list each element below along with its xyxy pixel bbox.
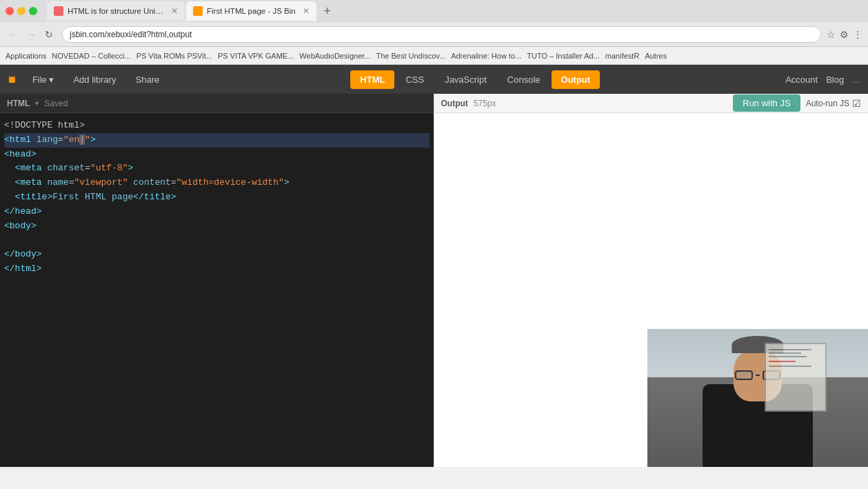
browser-tab-2[interactable]: First HTML page - JS Bin ✕ [186,1,316,21]
code-panel-dropdown-icon[interactable]: ▾ [35,99,39,107]
auto-run-label: Auto-run JS [806,99,849,108]
tab-label-1: HTML is for structure Unit | Ja... [68,7,164,15]
url-text: jsbin.com/xebuxi/edit?html,output [70,30,192,39]
code-panel-header: HTML ▾ Saved [0,94,434,113]
tab-html-label: HTML [360,74,385,85]
auto-run-toggle[interactable]: Auto-run JS ☑ [806,98,861,109]
browser-actions: ☆ ⚙ ⋮ [827,29,862,40]
tab-console-label: Console [507,74,541,85]
file-dropdown-icon: ▾ [49,74,54,85]
tab-output[interactable]: Output [552,70,600,89]
nav-buttons: ← → ↻ [6,27,57,42]
code-line-11: </html> [4,262,430,277]
bookmark-applications[interactable]: Applications [6,52,46,60]
output-panel-header: Output 575px Run with JS Auto-run JS ☑ [434,94,869,113]
run-with-js-button[interactable]: Run with JS [733,94,800,112]
output-panel-title: Output [441,99,468,108]
code-line-4: <meta charset="utf-8"> [4,161,430,176]
back-button[interactable]: ← [6,27,21,42]
code-panel-title: HTML [7,99,30,108]
bookmark-tuto[interactable]: TUTO – Installer Ad... [527,52,600,60]
output-content [434,113,869,467]
browser-tabs: HTML is for structure Unit | Ja... ✕ Fir… [41,1,862,21]
bookmark-webaudio[interactable]: WebAudioDesigner... [299,52,370,60]
file-label: File [32,74,47,85]
bookmark-psvita-vpk[interactable]: PS VITA VPK GAME... [218,52,294,60]
file-menu-button[interactable]: File ▾ [27,72,60,88]
tab-javascript[interactable]: JavaScript [435,70,496,89]
bookmark-best-undiscov[interactable]: The Best Undiscov... [376,52,445,60]
bookmark-icon[interactable]: ☆ [827,29,836,40]
code-editor[interactable]: <!DOCTYPE html> <html lang="en|"> <head>… [0,113,434,467]
extensions-icon[interactable]: ⚙ [840,29,849,40]
share-button[interactable]: Share [130,72,165,88]
bookmark-manifestr[interactable]: manifestR [605,52,640,60]
tab-css[interactable]: CSS [396,70,434,89]
maximize-window-button[interactable] [29,7,37,15]
tab-html[interactable]: HTML [350,70,394,89]
tab-output-label: Output [561,74,591,85]
tab-console[interactable]: Console [498,70,550,89]
saved-badge: Saved [44,99,68,108]
tab-close-1[interactable]: ✕ [171,6,178,16]
code-line-10: </body> [4,248,430,262]
code-line-3: <head> [4,148,430,162]
webcam-video [647,329,868,467]
jsbin-toolbar: ■ File ▾ Add library Share HTML CSS Java… [0,65,868,94]
blog-link[interactable]: Blog [826,74,844,85]
code-line-2: <html lang="en|"> [4,133,430,148]
output-panel: Output 575px Run with JS Auto-run JS ☑ [434,94,869,467]
forward-button[interactable]: → [23,27,39,42]
auto-run-checkbox-icon[interactable]: ☑ [852,98,861,109]
tab-icon-jsbin [193,6,203,16]
browser-tab-1[interactable]: HTML is for structure Unit | Ja... ✕ [47,1,185,21]
code-line-5: <meta name="viewport" content="width=dev… [4,176,430,190]
bookmark-novedad[interactable]: NOVEDAD – Collecci... [52,52,130,60]
bookmarks-bar: Applications NOVEDAD – Collecci... PS Vi… [0,47,868,65]
code-panel: HTML ▾ Saved <!DOCTYPE html> <html lang=… [0,94,434,467]
video-overlay [647,329,868,467]
close-window-button[interactable] [6,7,14,15]
tab-css-label: CSS [405,74,424,85]
tab-javascript-label: JavaScript [445,74,487,85]
menu-icon[interactable]: ⋮ [853,29,862,40]
output-actions: Run with JS Auto-run JS ☑ [733,94,861,112]
code-line-9 [4,233,430,248]
code-line-8: <body> [4,219,430,234]
code-line-7: </head> [4,205,430,219]
minimize-window-button[interactable] [17,7,26,15]
url-bar[interactable]: jsbin.com/xebuxi/edit?html,output [62,26,821,43]
account-link[interactable]: Account [785,74,818,85]
bookmark-psvita-roms[interactable]: PS Vita ROMs PSVit... [137,52,212,60]
address-bar: ← → ↻ jsbin.com/xebuxi/edit?html,output … [0,22,868,47]
tab-label-2: First HTML page - JS Bin [207,7,296,15]
code-line-6: <title>First HTML page</title> [4,190,430,205]
bookmark-adrenaline[interactable]: Adrenaline: How to... [451,52,521,60]
toolbar-right: Account Blog ... [785,74,860,85]
editor-area: HTML ▾ Saved <!DOCTYPE html> <html lang=… [0,94,868,467]
output-panel-size: 575px [474,99,496,108]
add-library-button[interactable]: Add library [68,72,121,88]
tab-close-2[interactable]: ✕ [303,6,310,16]
title-bar: HTML is for structure Unit | Ja... ✕ Fir… [0,0,868,22]
new-tab-button[interactable]: + [318,1,337,21]
jsbin-logo: ■ [8,72,16,87]
traffic-lights [6,7,37,15]
bookmark-autres[interactable]: Autres [645,52,667,60]
code-line-1: <!DOCTYPE html> [4,119,430,133]
reload-button[interactable]: ↻ [41,27,57,42]
tab-icon-html [54,6,63,16]
panel-tabs: HTML CSS JavaScript Console Output [350,70,600,89]
jsbin-app: ■ File ▾ Add library Share HTML CSS Java… [0,65,868,467]
more-links-indicator: ... [852,74,860,85]
browser-chrome: HTML is for structure Unit | Ja... ✕ Fir… [0,0,868,65]
